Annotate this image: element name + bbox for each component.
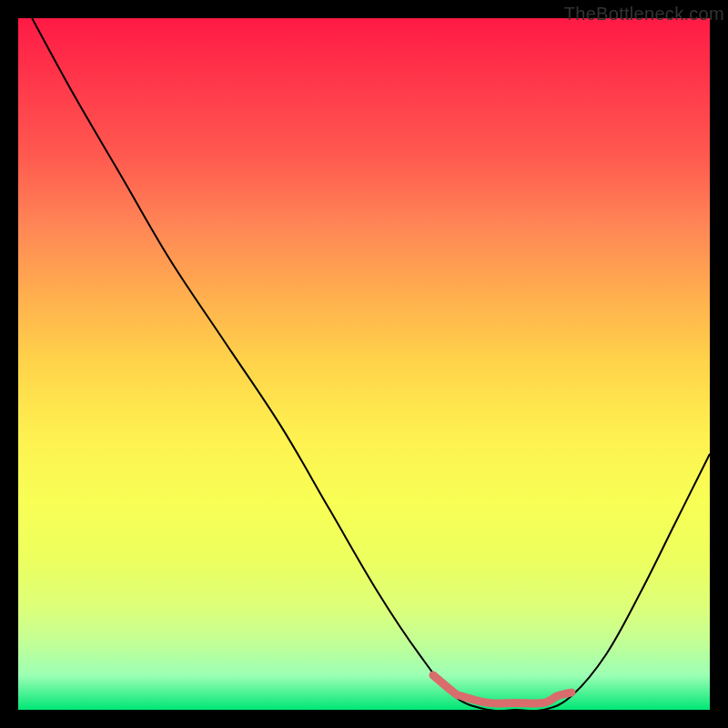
plot-area bbox=[18, 18, 710, 710]
chart-container: TheBottleneck.com bbox=[0, 0, 728, 728]
highlight-svg bbox=[18, 18, 710, 710]
optimal-zone-highlight bbox=[433, 675, 571, 703]
watermark-text: TheBottleneck.com bbox=[564, 4, 724, 25]
